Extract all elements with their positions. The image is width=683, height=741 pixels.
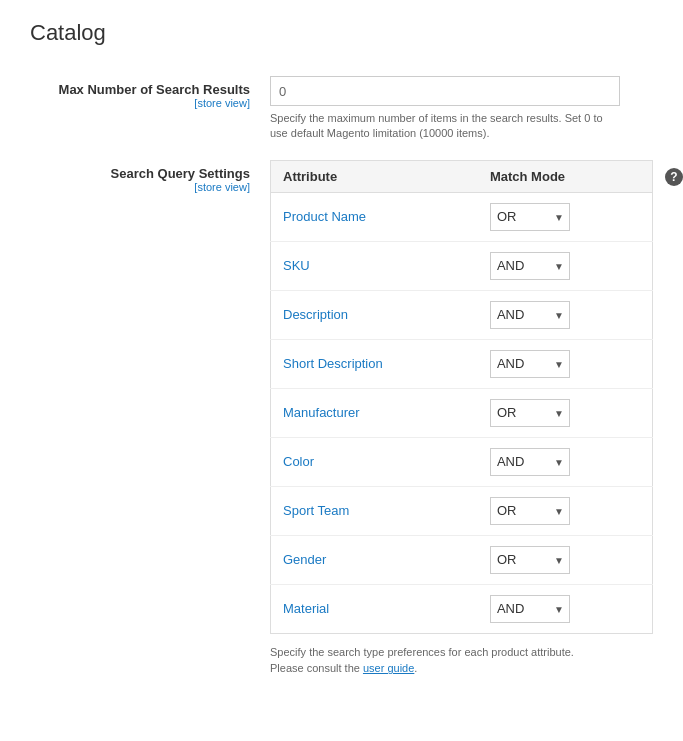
attribute-name: Material <box>283 601 329 616</box>
match-mode-cell: ORAND▼ <box>478 486 653 535</box>
match-mode-select[interactable]: ORAND <box>491 256 569 275</box>
match-mode-cell: ORAND▼ <box>478 535 653 584</box>
match-mode-select-wrapper: ORAND▼ <box>490 203 570 231</box>
match-mode-select[interactable]: ORAND <box>491 599 569 618</box>
attribute-name: Manufacturer <box>283 405 360 420</box>
attribute-name-cell: Manufacturer <box>271 388 478 437</box>
attribute-name: SKU <box>283 258 310 273</box>
max-search-row: Max Number of Search Results [store view… <box>30 76 653 142</box>
attribute-name: Short Description <box>283 356 383 371</box>
attribute-name: Description <box>283 307 348 322</box>
match-mode-select-wrapper: ORAND▼ <box>490 595 570 623</box>
catalog-form: Max Number of Search Results [store view… <box>30 76 653 677</box>
table-row: SKUORAND▼ <box>271 241 653 290</box>
table-row: ColorORAND▼ <box>271 437 653 486</box>
footer-text-1: Specify the search type preferences for … <box>270 646 574 658</box>
search-query-row: Search Query Settings [store view] Attri… <box>30 160 653 677</box>
max-search-input[interactable] <box>270 76 620 106</box>
attribute-name: Gender <box>283 552 326 567</box>
max-search-field-col: Specify the maximum number of items in t… <box>270 76 653 142</box>
attribute-name-cell: Color <box>271 437 478 486</box>
search-query-label: Search Query Settings <box>30 166 250 181</box>
attribute-name: Product Name <box>283 209 366 224</box>
match-mode-select[interactable]: ORAND <box>491 305 569 324</box>
match-mode-select[interactable]: ORAND <box>491 354 569 373</box>
match-mode-select-wrapper: ORAND▼ <box>490 350 570 378</box>
attributes-table: Attribute Match Mode Product NameORAND▼S… <box>270 160 653 634</box>
table-row: Sport TeamORAND▼ <box>271 486 653 535</box>
max-search-help-text: Specify the maximum number of items in t… <box>270 111 620 142</box>
help-icon[interactable]: ? <box>665 168 683 186</box>
table-row: Short DescriptionORAND▼ <box>271 339 653 388</box>
attribute-name: Sport Team <box>283 503 349 518</box>
match-mode-select-wrapper: ORAND▼ <box>490 252 570 280</box>
match-mode-cell: ORAND▼ <box>478 192 653 241</box>
attribute-name-cell: Short Description <box>271 339 478 388</box>
match-mode-select-wrapper: ORAND▼ <box>490 301 570 329</box>
search-query-store-view[interactable]: [store view] <box>30 181 250 193</box>
attribute-name-cell: Description <box>271 290 478 339</box>
match-mode-select[interactable]: ORAND <box>491 452 569 471</box>
table-header-row: Attribute Match Mode <box>271 160 653 192</box>
match-mode-cell: ORAND▼ <box>478 241 653 290</box>
search-query-label-col: Search Query Settings [store view] <box>30 160 270 193</box>
table-row: DescriptionORAND▼ <box>271 290 653 339</box>
match-mode-select[interactable]: ORAND <box>491 550 569 569</box>
match-mode-select[interactable]: ORAND <box>491 207 569 226</box>
match-mode-col-header: Match Mode <box>478 160 653 192</box>
attribute-name-cell: SKU <box>271 241 478 290</box>
match-mode-select-wrapper: ORAND▼ <box>490 497 570 525</box>
table-row: ManufacturerORAND▼ <box>271 388 653 437</box>
footer-text-2: Please consult the <box>270 662 363 674</box>
footer-text-3: . <box>414 662 417 674</box>
table-row: GenderORAND▼ <box>271 535 653 584</box>
attribute-name-cell: Sport Team <box>271 486 478 535</box>
user-guide-link[interactable]: user guide <box>363 662 414 674</box>
attribute-name-cell: Material <box>271 584 478 633</box>
match-mode-cell: ORAND▼ <box>478 437 653 486</box>
match-mode-select-wrapper: ORAND▼ <box>490 448 570 476</box>
page-title: Catalog <box>30 20 653 46</box>
match-mode-cell: ORAND▼ <box>478 339 653 388</box>
match-mode-select[interactable]: ORAND <box>491 403 569 422</box>
max-search-label-col: Max Number of Search Results [store view… <box>30 76 270 109</box>
attribute-col-header: Attribute <box>271 160 478 192</box>
max-search-label: Max Number of Search Results <box>30 82 250 97</box>
attribute-name-cell: Gender <box>271 535 478 584</box>
table-row: Product NameORAND▼ <box>271 192 653 241</box>
match-mode-cell: ORAND▼ <box>478 290 653 339</box>
table-row: MaterialORAND▼ <box>271 584 653 633</box>
match-mode-select-wrapper: ORAND▼ <box>490 399 570 427</box>
attribute-name-cell: Product Name <box>271 192 478 241</box>
search-query-footer: Specify the search type preferences for … <box>270 644 653 677</box>
attribute-name: Color <box>283 454 314 469</box>
match-mode-select-wrapper: ORAND▼ <box>490 546 570 574</box>
search-query-field-col: Attribute Match Mode Product NameORAND▼S… <box>270 160 653 677</box>
match-mode-select[interactable]: ORAND <box>491 501 569 520</box>
match-mode-cell: ORAND▼ <box>478 584 653 633</box>
match-mode-cell: ORAND▼ <box>478 388 653 437</box>
max-search-store-view[interactable]: [store view] <box>30 97 250 109</box>
